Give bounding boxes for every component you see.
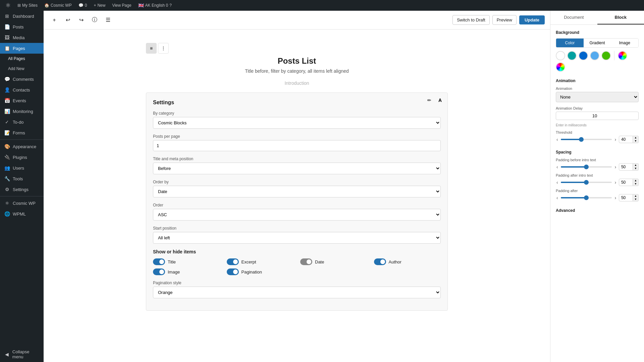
threshold-step-down[interactable]: ▼ [633,139,638,143]
sidebar-item-monitoring[interactable]: 📊 Monitoring [0,106,44,117]
padding-before-input[interactable] [619,163,633,171]
order-select[interactable]: ASC [153,209,441,221]
color-tab-image[interactable]: Image [611,39,638,47]
intro-text[interactable]: Introduction [146,80,448,86]
padding-after2-step-down[interactable]: ▼ [633,198,638,201]
padding-before-step-down[interactable]: ▼ [633,167,638,170]
undo-btn[interactable]: ↩ [62,15,73,25]
padding-after2-stepper: ▲ ▼ [633,194,639,201]
animation-delay-label: Animation Delay [556,106,639,110]
padding-after2-input[interactable] [619,194,633,201]
sidebar-item-plugins[interactable]: 🔌 Plugins [0,152,44,163]
sidebar-item-appearance[interactable]: 🎨 Appearance [0,141,44,152]
color-tab-color[interactable]: Color [556,39,584,47]
by-category-select[interactable]: Cosmic Blocks [153,117,441,129]
padding-after2-decrease-btn[interactable]: ‹ [556,194,559,201]
switch-draft-button[interactable]: Switch to Draft [452,15,490,25]
preview-button[interactable]: Preview [492,15,517,25]
sidebar-item-events[interactable]: 📅 Events [0,95,44,106]
posts-per-page-input[interactable] [153,140,441,151]
threshold-step-up[interactable]: ▲ [633,136,638,139]
color-swatch-green[interactable] [601,51,611,60]
padding-after2-thumb[interactable] [584,195,589,200]
color-wheel[interactable] [618,51,627,60]
redo-btn[interactable]: ↪ [76,15,87,25]
block-more-btn[interactable]: ⋮ [158,43,169,54]
padding-after-increase-btn[interactable]: › [614,179,617,186]
sidebar-item-wpml[interactable]: 🌐 WPML [0,208,44,219]
language-menu[interactable]: 🇬🇧 AK English 0 ? [136,0,174,11]
pagination-style-select[interactable]: Orange [153,287,441,298]
tab-document[interactable]: Document [550,11,597,24]
sidebar-item-tools[interactable]: 🔧 Tools [0,173,44,184]
animation-delay-input[interactable] [556,112,639,120]
sidebar-item-users[interactable]: 👥 Users [0,163,44,173]
padding-after-step-down[interactable]: ▼ [633,182,638,186]
collapse-menu-btn[interactable]: ◀ Collapse menu [0,347,44,362]
add-block-btn[interactable]: + [49,15,60,25]
toggle-image-switch[interactable] [153,268,165,275]
sidebar-item-all-pages[interactable]: All Pages [0,54,44,64]
toggle-title-switch[interactable] [153,258,165,265]
padding-before-step-up[interactable]: ▲ [633,164,638,167]
threshold-input[interactable] [619,136,633,143]
start-position-select[interactable]: All left [153,232,441,244]
padding-after2-step-up[interactable]: ▲ [633,194,638,198]
title-meta-position-select[interactable]: Before [153,163,441,174]
padding-after-input[interactable] [619,179,633,186]
padding-after-step-up[interactable]: ▲ [633,179,638,182]
padding-after-decrease-btn[interactable]: ‹ [556,179,559,186]
block-list-view-btn[interactable]: ≡ [146,43,157,54]
my-sites-menu[interactable]: ⊞ My Sites [15,0,40,11]
sidebar-item-todo[interactable]: ✓ To-do [0,117,44,127]
toggle-excerpt-switch[interactable] [227,258,239,265]
wp-logo[interactable]: ⚛ [3,0,13,11]
tools-menu-btn[interactable]: ☰ [103,15,113,25]
events-icon: 📅 [4,98,10,103]
color-swatch-white[interactable] [556,51,565,60]
color-tab-gradient[interactable]: Gradient [584,39,611,47]
sidebar-item-cosmicwp[interactable]: ⚛ Cosmic WP [0,198,44,208]
padding-before-increase-btn[interactable]: › [614,164,617,170]
view-page-menu[interactable]: View Page [109,0,134,11]
sidebar-item-posts[interactable]: 📄 Posts [0,21,44,32]
sidebar-item-pages[interactable]: 📋 Pages [0,43,44,54]
sidebar-item-forms[interactable]: 📝 Forms [0,127,44,138]
sidebar-item-dashboard[interactable]: ⊞ Dashboard [0,11,44,21]
tab-block[interactable]: Block [597,11,644,24]
settings-icon: ⚙ [4,187,10,192]
threshold-decrease-btn[interactable]: ‹ [556,136,559,143]
padding-before-thumb[interactable] [584,165,589,169]
sidebar-item-settings[interactable]: ⚙ Settings [0,184,44,195]
text-icon-btn[interactable]: A [435,96,445,105]
animation-select[interactable]: None [556,92,639,102]
color-swatch-lightblue[interactable] [590,51,599,60]
pencil-icon-btn[interactable]: ✏ [425,96,434,105]
sidebar-item-label: Comments [13,77,34,82]
sidebar-item-contacts[interactable]: 👤 Contacts [0,84,44,95]
comments-menu[interactable]: 💬 0 [76,0,90,11]
sidebar-item-comments[interactable]: 💬 Comments [0,74,44,84]
color-swatches [556,51,639,60]
sidebar-item-media[interactable]: 🖼 Media [0,32,44,43]
toggle-author-switch[interactable] [374,258,386,265]
toggle-pagination-switch[interactable] [227,268,239,275]
background-section: Background Color Gradient Image [556,30,639,72]
update-button[interactable]: Update [519,15,545,24]
threshold-increase-btn[interactable]: › [614,136,617,143]
order-by-select[interactable]: Date [153,186,441,197]
threshold-label: Threshold [556,130,639,134]
info-btn[interactable]: ⓘ [89,15,100,25]
toggle-date-switch[interactable] [300,258,312,265]
sidebar-item-add-new[interactable]: Add New [0,64,44,74]
sidebar-item-label: Monitoring [13,109,33,114]
padding-after-thumb[interactable] [584,180,589,185]
custom-color-wheel[interactable] [556,62,565,72]
padding-before-decrease-btn[interactable]: ‹ [556,164,559,170]
padding-after2-increase-btn[interactable]: › [614,194,617,201]
threshold-thumb[interactable] [579,137,584,142]
new-menu[interactable]: + New [91,0,108,11]
site-name-menu[interactable]: 🏠 Cosmic WP [42,0,74,11]
color-swatch-blue[interactable] [579,51,588,60]
color-swatch-teal[interactable] [567,51,577,60]
